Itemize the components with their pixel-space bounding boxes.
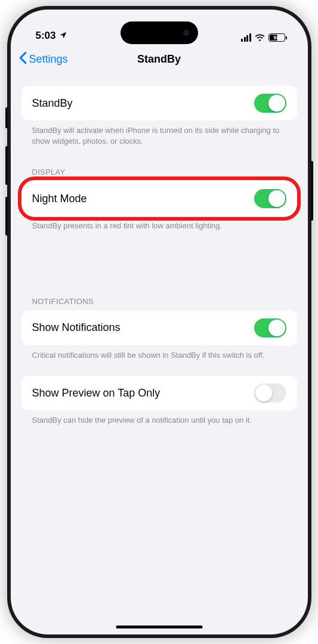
cellular-signal-icon xyxy=(241,33,251,42)
toggle-knob xyxy=(268,190,285,207)
content: StandBy StandBy will activate when iPhon… xyxy=(11,86,308,426)
wifi-icon xyxy=(255,34,265,42)
cell-night-mode[interactable]: Night Mode xyxy=(21,181,297,216)
night-mode-toggle[interactable] xyxy=(254,189,286,208)
toggle-knob xyxy=(268,95,285,112)
status-right: 58 xyxy=(241,33,287,42)
show-preview-footer: StandBy can hide the preview of a notifi… xyxy=(21,410,297,426)
toggle-knob xyxy=(255,385,272,401)
show-notifications-toggle[interactable] xyxy=(254,318,286,338)
power-button xyxy=(311,161,313,221)
back-button[interactable]: Settings xyxy=(19,51,68,67)
volume-down-button xyxy=(5,197,8,236)
silent-switch xyxy=(5,107,8,128)
dynamic-island xyxy=(121,21,198,44)
status-left: 5:03 xyxy=(36,30,67,42)
battery-icon: 58 xyxy=(268,33,287,42)
section-standby: StandBy StandBy will activate when iPhon… xyxy=(21,86,297,146)
nav-title: StandBy xyxy=(137,53,181,66)
cell-show-notifications[interactable]: Show Notifications xyxy=(21,311,297,345)
show-preview-toggle[interactable] xyxy=(254,383,286,402)
night-mode-label: Night Mode xyxy=(32,193,87,205)
back-label: Settings xyxy=(29,53,68,66)
screen: 5:03 58 xyxy=(11,10,308,634)
section-notifications: NOTIFICATIONS Show Notifications Critica… xyxy=(21,297,297,361)
standby-label: StandBy xyxy=(32,97,73,110)
home-indicator[interactable] xyxy=(116,626,202,628)
chevron-left-icon xyxy=(19,51,27,67)
show-notifications-label: Show Notifications xyxy=(32,321,121,334)
night-mode-wrap: Night Mode xyxy=(21,181,297,216)
section-display: DISPLAY Night Mode StandBy presents in a… xyxy=(21,168,297,231)
display-header: DISPLAY xyxy=(21,168,297,181)
nav-bar: Settings StandBy xyxy=(11,44,308,74)
phone-frame: 5:03 58 xyxy=(7,6,311,638)
notifications-header: NOTIFICATIONS xyxy=(21,297,297,311)
section-preview: Show Preview on Tap Only StandBy can hid… xyxy=(21,376,297,426)
cell-standby[interactable]: StandBy xyxy=(21,86,297,120)
toggle-knob xyxy=(268,320,285,336)
volume-up-button xyxy=(5,146,8,185)
cell-show-preview[interactable]: Show Preview on Tap Only xyxy=(21,376,297,410)
display-footer: StandBy presents in a red tint with low … xyxy=(21,216,297,231)
location-icon xyxy=(59,31,67,41)
standby-toggle[interactable] xyxy=(254,94,286,113)
standby-footer: StandBy will activate when iPhone is tur… xyxy=(21,120,297,146)
status-time: 5:03 xyxy=(36,30,56,42)
camera-dot xyxy=(183,30,189,36)
show-notifications-footer: Critical notifications will still be sho… xyxy=(21,345,297,361)
battery-percent: 58 xyxy=(273,35,279,41)
show-preview-label: Show Preview on Tap Only xyxy=(32,387,160,400)
